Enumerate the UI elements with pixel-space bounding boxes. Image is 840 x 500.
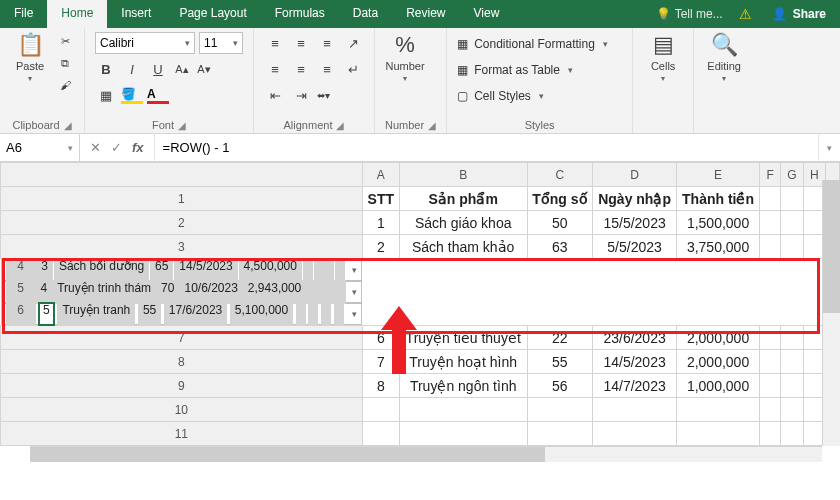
- row-header-6[interactable]: 6: [6, 302, 36, 326]
- col-header-e[interactable]: E: [677, 163, 760, 187]
- cell[interactable]: [760, 187, 781, 211]
- cell[interactable]: Thành tiền: [677, 187, 760, 211]
- expand-formula-bar-button[interactable]: ▾: [818, 134, 840, 161]
- cell[interactable]: 55: [527, 350, 593, 374]
- col-header-c[interactable]: C: [527, 163, 593, 187]
- tab-page-layout[interactable]: Page Layout: [165, 0, 260, 28]
- cell[interactable]: 7: [362, 350, 399, 374]
- cell[interactable]: 5,100,000: [230, 302, 293, 326]
- tab-home[interactable]: Home: [47, 0, 107, 28]
- cell[interactable]: 15/5/2023: [593, 211, 677, 235]
- cell[interactable]: 63: [527, 235, 593, 259]
- cell[interactable]: 4,500,000: [239, 258, 302, 282]
- format-painter-button[interactable]: 🖌: [56, 76, 74, 94]
- cell[interactable]: 2,943,000: [243, 280, 306, 304]
- cell[interactable]: 14/5/2023: [174, 258, 237, 282]
- cell[interactable]: [760, 211, 781, 235]
- cell[interactable]: [677, 398, 760, 422]
- cell[interactable]: 56: [527, 374, 593, 398]
- cell[interactable]: [362, 398, 399, 422]
- font-size-inc-button[interactable]: A▴: [173, 60, 191, 78]
- cell[interactable]: [336, 280, 346, 304]
- cell[interactable]: 2,000,000: [677, 326, 760, 350]
- align-top-button[interactable]: ≡: [264, 32, 286, 54]
- cell[interactable]: [781, 350, 804, 374]
- tab-data[interactable]: Data: [339, 0, 392, 28]
- cell[interactable]: [399, 422, 527, 446]
- cell[interactable]: 23/6/2023: [593, 326, 677, 350]
- cell-styles-button[interactable]: ▢Cell Styles: [457, 84, 608, 108]
- cell[interactable]: [362, 422, 399, 446]
- tab-insert[interactable]: Insert: [107, 0, 165, 28]
- row-header-9[interactable]: 9: [1, 374, 363, 398]
- cell[interactable]: 10/6/2023: [179, 280, 242, 304]
- align-right-button[interactable]: ≡: [316, 58, 338, 80]
- cell[interactable]: [593, 398, 677, 422]
- cell[interactable]: [781, 374, 804, 398]
- increase-indent-button[interactable]: ⇥: [290, 84, 312, 106]
- cell[interactable]: [321, 302, 331, 326]
- align-bottom-button[interactable]: ≡: [316, 32, 338, 54]
- cell[interactable]: 70: [156, 280, 179, 304]
- font-size-dec-button[interactable]: A▾: [195, 60, 213, 78]
- cell[interactable]: 5/5/2023: [593, 235, 677, 259]
- paste-button[interactable]: 📋Paste▾: [10, 32, 50, 83]
- font-dialog-launcher[interactable]: ◢: [178, 120, 186, 131]
- cell[interactable]: Truyện tiểu thuyết: [399, 326, 527, 350]
- cell[interactable]: [781, 398, 804, 422]
- conditional-formatting-button[interactable]: ▦Conditional Formatting: [457, 32, 608, 56]
- horizontal-scrollbar[interactable]: [30, 446, 822, 462]
- spreadsheet-grid[interactable]: A B C D E F G H 1 STT Sản phẩm Tổng số N…: [0, 162, 840, 462]
- cell[interactable]: [308, 302, 318, 326]
- enter-formula-button[interactable]: ✓: [111, 140, 122, 155]
- row-header-8[interactable]: 8: [1, 350, 363, 374]
- borders-button[interactable]: ▦: [95, 84, 117, 106]
- cell[interactable]: [781, 422, 804, 446]
- number-format-button[interactable]: %Number▾: [385, 32, 425, 83]
- underline-button[interactable]: U: [147, 58, 169, 80]
- cell[interactable]: [527, 398, 593, 422]
- cell[interactable]: [760, 350, 781, 374]
- cell[interactable]: 2,000,000: [677, 350, 760, 374]
- cell[interactable]: [781, 326, 804, 350]
- cell[interactable]: 14/5/2023: [593, 350, 677, 374]
- cell[interactable]: Sách tham khảo: [399, 235, 527, 259]
- cell[interactable]: 3,750,000: [677, 235, 760, 259]
- tell-me-search[interactable]: 💡Tell me...: [646, 0, 733, 28]
- row-header-1[interactable]: 1: [1, 187, 363, 211]
- cell[interactable]: 6: [362, 326, 399, 350]
- cell[interactable]: [760, 398, 781, 422]
- cell[interactable]: Ngày nhập: [593, 187, 677, 211]
- cell[interactable]: Truyện trinh thám: [52, 280, 156, 304]
- cell[interactable]: [677, 422, 760, 446]
- row-header-2[interactable]: 2: [1, 211, 363, 235]
- decrease-indent-button[interactable]: ⇤: [264, 84, 286, 106]
- cell[interactable]: [324, 258, 334, 282]
- cell[interactable]: 1,000,000: [677, 374, 760, 398]
- col-header-f[interactable]: F: [760, 163, 781, 187]
- italic-button[interactable]: I: [121, 58, 143, 80]
- align-middle-button[interactable]: ≡: [290, 32, 312, 54]
- number-dialog-launcher[interactable]: ◢: [428, 120, 436, 131]
- row-header-11[interactable]: 11: [1, 422, 363, 446]
- alignment-dialog-launcher[interactable]: ◢: [336, 120, 344, 131]
- fill-color-button[interactable]: 🪣: [121, 87, 143, 104]
- cell[interactable]: [335, 258, 345, 282]
- cell[interactable]: Sách bồi dưỡng: [54, 258, 149, 282]
- copy-button[interactable]: ⧉: [56, 54, 74, 72]
- cell[interactable]: Tổng số: [527, 187, 593, 211]
- row-header-4[interactable]: 4: [6, 258, 36, 282]
- cell[interactable]: 14/7/2023: [593, 374, 677, 398]
- orientation-button[interactable]: ↗: [342, 32, 364, 54]
- cell[interactable]: Sách giáo khoa: [399, 211, 527, 235]
- cell[interactable]: [781, 235, 804, 259]
- cell[interactable]: [760, 235, 781, 259]
- cell[interactable]: 8: [362, 374, 399, 398]
- cell[interactable]: 3: [36, 258, 53, 282]
- cell[interactable]: STT: [362, 187, 399, 211]
- font-color-button[interactable]: A: [147, 87, 169, 104]
- col-header-d[interactable]: D: [593, 163, 677, 187]
- cell[interactable]: [760, 326, 781, 350]
- col-header-b[interactable]: B: [399, 163, 527, 187]
- cut-button[interactable]: ✂: [56, 32, 74, 50]
